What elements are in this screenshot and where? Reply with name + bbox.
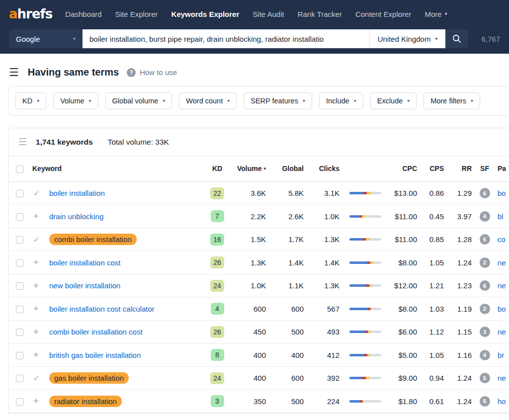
how-to-use-link[interactable]: How to use bbox=[140, 68, 177, 77]
parent-topic-link[interactable]: bl bbox=[498, 212, 504, 221]
row-checkbox[interactable] bbox=[16, 282, 23, 290]
parent-topic-link[interactable]: bo bbox=[498, 189, 506, 197]
added-check-icon[interactable]: ✓ bbox=[33, 189, 40, 198]
serp-features-count[interactable]: 4 bbox=[480, 350, 490, 360]
keywords-input[interactable] bbox=[83, 29, 369, 48]
row-checkbox[interactable] bbox=[16, 259, 23, 267]
kd-badge: 3 bbox=[211, 395, 224, 407]
row-checkbox[interactable] bbox=[16, 329, 23, 336]
help-icon[interactable]: ? bbox=[127, 68, 136, 77]
rr-value: 1.24 bbox=[447, 251, 475, 274]
col-volume[interactable]: Volume▾ bbox=[229, 156, 269, 181]
keyword-link[interactable]: gas boiler installation bbox=[49, 372, 129, 384]
keyword-link[interactable]: drain unblocking bbox=[49, 212, 103, 221]
serp-features-count[interactable]: 5 bbox=[480, 396, 490, 407]
cps-value: 1.05 bbox=[420, 251, 447, 274]
clicks-value: 1.0K bbox=[307, 205, 342, 228]
col-kd[interactable]: KD bbox=[205, 156, 229, 181]
parent-topic-link[interactable]: ne bbox=[498, 374, 506, 382]
parent-topic-link[interactable]: bo bbox=[498, 305, 506, 313]
col-keyword[interactable]: Keyword bbox=[30, 156, 205, 181]
filter-word-count[interactable]: Word count▾ bbox=[179, 92, 237, 109]
filter-kd[interactable]: KD▾ bbox=[15, 92, 46, 109]
parent-topic-link[interactable]: co bbox=[498, 235, 506, 244]
nav-site-audit[interactable]: Site Audit bbox=[253, 10, 284, 18]
serp-features-count[interactable]: 6 bbox=[480, 280, 490, 291]
serp-features-count[interactable]: 2 bbox=[480, 304, 490, 314]
hamburger-menu-icon[interactable]: ☰ bbox=[9, 67, 19, 78]
col-cps[interactable]: CPS bbox=[420, 156, 447, 181]
keyword-link[interactable]: boiler installation cost bbox=[49, 258, 120, 267]
add-keyword-icon[interactable]: + bbox=[33, 396, 39, 407]
keyword-link[interactable]: boiler installation bbox=[49, 189, 105, 197]
keyword-link[interactable]: british gas boiler installation bbox=[49, 351, 141, 359]
filter-more-filters[interactable]: More filters▾ bbox=[424, 92, 480, 109]
row-checkbox[interactable] bbox=[16, 190, 23, 197]
table-header-row: Keyword KD Volume▾ Global Clicks CPC CPS… bbox=[8, 156, 509, 181]
nav-more[interactable]: More▾ bbox=[424, 10, 447, 18]
col-clicks[interactable]: Clicks bbox=[307, 156, 342, 181]
nav-item-label: Content Explorer bbox=[355, 10, 412, 18]
nav-keywords-explorer[interactable]: Keywords Explorer bbox=[171, 10, 240, 18]
col-parent-topic[interactable]: Pa bbox=[495, 156, 509, 181]
nav-dashboard[interactable]: Dashboard bbox=[65, 10, 101, 18]
cps-value: 1.03 bbox=[420, 297, 447, 321]
serp-features-count[interactable]: 2 bbox=[480, 257, 490, 268]
add-keyword-icon[interactable]: + bbox=[33, 349, 39, 360]
keyword-link[interactable]: radiator installation bbox=[49, 396, 122, 407]
keyword-link[interactable]: combi boiler installation cost bbox=[49, 328, 143, 336]
parent-topic-link[interactable]: ne bbox=[498, 281, 506, 290]
add-keyword-icon[interactable]: + bbox=[33, 257, 39, 268]
row-checkbox[interactable] bbox=[16, 236, 23, 244]
add-keyword-icon[interactable]: + bbox=[33, 327, 39, 337]
search-engine-select[interactable]: Google ▾ bbox=[9, 29, 83, 48]
col-global[interactable]: Global bbox=[269, 156, 307, 181]
filter-serp-features[interactable]: SERP features▾ bbox=[244, 92, 312, 109]
search-button[interactable] bbox=[445, 29, 468, 48]
filter-volume[interactable]: Volume▾ bbox=[53, 92, 98, 109]
serp-features-count[interactable]: 4 bbox=[480, 211, 490, 222]
added-check-icon[interactable]: ✓ bbox=[33, 235, 40, 244]
select-all-checkbox[interactable] bbox=[16, 166, 23, 173]
parent-topic-link[interactable]: br bbox=[498, 351, 504, 359]
add-keyword-icon[interactable]: + bbox=[33, 303, 39, 314]
bar-segment-yellow bbox=[366, 377, 369, 379]
bar-segment-red bbox=[365, 284, 369, 287]
cps-value: 1.05 bbox=[420, 343, 447, 367]
add-keyword-icon[interactable]: + bbox=[33, 280, 39, 291]
ahrefs-logo[interactable]: ahrefs bbox=[9, 6, 52, 21]
row-checkbox[interactable] bbox=[16, 375, 23, 382]
add-keyword-icon[interactable]: + bbox=[33, 211, 39, 222]
filter-global-volume[interactable]: Global volume▾ bbox=[105, 92, 172, 109]
table-row: ✓ gas boiler installation 24 400 600 392… bbox=[8, 366, 509, 390]
nav-rank-tracker[interactable]: Rank Tracker bbox=[298, 10, 342, 18]
bar-segment-blue bbox=[349, 192, 363, 194]
row-checkbox[interactable] bbox=[16, 398, 23, 406]
bar-segment-blue bbox=[349, 261, 367, 264]
cpc-value: $11.00 bbox=[385, 205, 420, 228]
row-checkbox[interactable] bbox=[16, 213, 23, 221]
country-select[interactable]: United Kingdom ▾ bbox=[369, 29, 446, 48]
keyword-link[interactable]: combi boiler installation bbox=[49, 234, 137, 245]
parent-topic-link[interactable]: ne bbox=[498, 258, 506, 267]
nav-content-explorer[interactable]: Content Explorer bbox=[355, 10, 412, 18]
keyword-link[interactable]: new boiler installation bbox=[49, 281, 120, 290]
row-checkbox[interactable] bbox=[16, 352, 23, 359]
col-rr[interactable]: RR bbox=[447, 156, 475, 181]
filter-exclude[interactable]: Exclude▾ bbox=[370, 92, 417, 109]
row-checkbox[interactable] bbox=[16, 306, 23, 313]
added-check-icon[interactable]: ✓ bbox=[33, 374, 40, 383]
col-cpc[interactable]: CPC bbox=[385, 156, 420, 181]
parent-topic-link[interactable]: ho bbox=[498, 397, 506, 406]
filter-include[interactable]: Include▾ bbox=[319, 92, 363, 109]
list-menu-icon[interactable]: ☰ bbox=[18, 137, 27, 147]
parent-topic-link[interactable]: ne bbox=[498, 328, 506, 336]
serp-features-count[interactable]: 3 bbox=[480, 327, 490, 337]
col-sf[interactable]: SF bbox=[475, 156, 495, 181]
serp-features-count[interactable]: 5 bbox=[480, 234, 490, 245]
serp-features-count[interactable]: 5 bbox=[480, 373, 490, 383]
nav-site-explorer[interactable]: Site Explorer bbox=[115, 10, 158, 18]
page-title: Having same terms bbox=[28, 67, 119, 78]
keyword-link[interactable]: boiler installation cost calculator bbox=[49, 305, 155, 313]
serp-features-count[interactable]: 6 bbox=[480, 188, 490, 198]
